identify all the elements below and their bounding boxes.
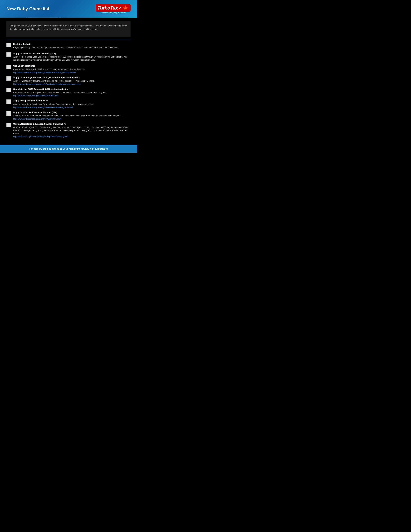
- checklist: Register the birth Register your baby's …: [6, 43, 131, 138]
- item-title-8: Open a Registered Education Savings Plan…: [13, 122, 131, 126]
- item-content-2: Apply for the Canada Child Benefit (CCB)…: [13, 52, 131, 62]
- item-title-2: Apply for the Canada Child Benefit (CCB): [13, 52, 131, 55]
- maple-leaf-icon: 🍁: [123, 5, 128, 11]
- item-link-6[interactable]: http://www.servicecanada.gc.ca/eng/subje…: [13, 106, 131, 108]
- item-link-8[interactable]: http://www.cra-arc.gc.ca/tx/ndvdls/tpcs/…: [13, 135, 131, 138]
- item-desc-5: Complete form RC66 to apply for the Cana…: [13, 91, 131, 94]
- page-header: New Baby Checklist TurboTax ✔ 🍁 Canada's…: [0, 0, 137, 18]
- page-footer: For step-by-step guidance to your maximu…: [0, 145, 137, 153]
- item-desc-2: Apply for the Canada Child Benefit by co…: [13, 56, 131, 62]
- item-content-3: Get a birth certificate Apply for your b…: [13, 64, 131, 74]
- checkbox-4[interactable]: [6, 76, 11, 81]
- item-content-5: Complete the RC66 Canada Child Benefits …: [13, 87, 131, 97]
- checkmark-icon: ✔: [119, 6, 122, 10]
- item-title-4: Apply for Employment Insurance (EI) mate…: [13, 76, 131, 79]
- checklist-item-6: Apply for a provincial health card Apply…: [6, 99, 131, 108]
- intro-block: Congratulations on your new baby! Having…: [6, 21, 131, 37]
- item-title-1: Register the birth: [13, 43, 131, 46]
- item-desc-3: Apply for your baby's birth certificate.…: [13, 68, 131, 71]
- checklist-item-5: Complete the RC66 Canada Child Benefits …: [6, 87, 131, 97]
- checklist-item-7: Apply for a Social Insurance Number (SIN…: [6, 111, 131, 120]
- item-link-7[interactable]: http://www.servicecanada.gc.ca/eng/sin/a…: [13, 118, 131, 120]
- item-title-3: Get a birth certificate: [13, 64, 131, 67]
- checkbox-1[interactable]: [6, 43, 11, 48]
- footer-text: For step-by-step guidance to your maximu…: [29, 147, 108, 150]
- checklist-item-1: Register the birth Register your baby's …: [6, 43, 131, 50]
- item-desc-7: Apply for a Social Insurance Number for …: [13, 114, 131, 117]
- checkbox-7[interactable]: [6, 111, 11, 116]
- footer-link[interactable]: turbotax.ca: [95, 147, 108, 150]
- item-content-6: Apply for a provincial health card Apply…: [13, 99, 131, 108]
- item-desc-8: Open an RESP for your child. The federal…: [13, 126, 131, 135]
- item-link-5[interactable]: http://www.cra-arc.gc.ca/E/pbg/tf/rc66/R…: [13, 95, 131, 97]
- item-content-4: Apply for Employment Insurance (EI) mate…: [13, 76, 131, 85]
- checkbox-6[interactable]: [6, 99, 11, 104]
- footer-text-bold: For step-by-step guidance to your maximu…: [29, 147, 94, 150]
- item-title-7: Apply for a Social Insurance Number (SIN…: [13, 111, 131, 114]
- turbotax-logo: TurboTax ✔ 🍁: [96, 4, 131, 12]
- item-desc-1: Register your baby's birth with your pro…: [13, 46, 131, 49]
- logo-container: TurboTax ✔ 🍁 Canada's #1 Best-Selling Ta…: [96, 4, 131, 14]
- item-content-8: Open a Registered Education Savings Plan…: [13, 122, 131, 138]
- item-title-5: Complete the RC66 Canada Child Benefits …: [13, 87, 131, 91]
- logo-tagline: Canada's #1 Best-Selling Tax Software: [101, 12, 126, 14]
- checkbox-3[interactable]: [6, 65, 11, 69]
- checklist-item-2: Apply for the Canada Child Benefit (CCB)…: [6, 52, 131, 62]
- intro-text: Congratulations on your new baby! Having…: [10, 24, 127, 31]
- section-divider: [6, 40, 131, 40]
- checklist-item-8: Open a Registered Education Savings Plan…: [6, 122, 131, 138]
- main-content: Congratulations on your new baby! Having…: [0, 18, 137, 145]
- item-link-3[interactable]: http://www.servicecanada.gc.ca/eng/subje…: [13, 71, 131, 74]
- item-desc-4: Apply for EI maternity and/or parental b…: [13, 79, 131, 83]
- item-content-7: Apply for a Social Insurance Number (SIN…: [13, 111, 131, 120]
- checklist-item-3: Get a birth certificate Apply for your b…: [6, 64, 131, 74]
- item-desc-6: Apply for a provincial health card for y…: [13, 103, 131, 106]
- checklist-item-4: Apply for Employment Insurance (EI) mate…: [6, 76, 131, 85]
- item-content-1: Register the birth Register your baby's …: [13, 43, 131, 50]
- item-link-4[interactable]: http://www.servicecanada.gc.ca/eng/ei/ap…: [13, 83, 131, 85]
- page-title: New Baby Checklist: [6, 6, 49, 11]
- checkbox-5[interactable]: [6, 88, 11, 92]
- checkbox-8[interactable]: [6, 123, 11, 127]
- logo-text: TurboTax: [97, 5, 118, 11]
- item-title-6: Apply for a provincial health card: [13, 99, 131, 102]
- checkbox-2[interactable]: [6, 52, 11, 57]
